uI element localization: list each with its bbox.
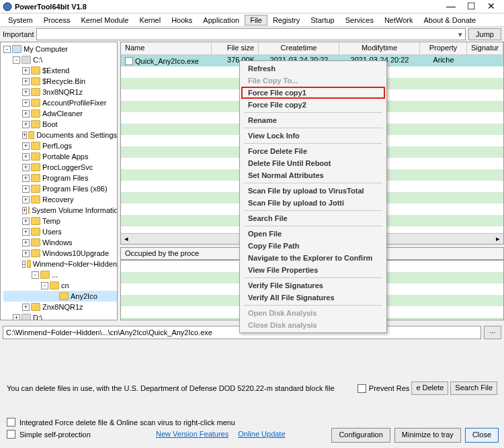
tree-toggle-icon[interactable]: + — [22, 89, 30, 96]
menu-item-registry[interactable]: Registry — [267, 15, 305, 26]
tree-toggle-icon[interactable]: + — [22, 121, 30, 128]
tree-toggle-icon[interactable]: + — [22, 78, 30, 85]
col-size[interactable]: File size — [212, 42, 259, 54]
tree-node[interactable]: +Znx8NQR1z — [3, 302, 117, 312]
ctx-force-file-copy2[interactable]: Force File copy2 — [241, 99, 385, 111]
col-property[interactable]: Property — [420, 42, 467, 54]
tree-toggle-icon[interactable]: + — [22, 196, 30, 204]
col-signature[interactable]: Signatur — [467, 42, 503, 54]
tree-toggle-icon[interactable]: - — [32, 271, 39, 279]
grid-header[interactable]: Name File size Createtime Modifytime Pro… — [121, 42, 503, 55]
col-modifytime[interactable]: Modifytime — [339, 42, 420, 54]
tree-node[interactable]: +System Volume Information — [3, 205, 117, 216]
tree-toggle-icon[interactable]: - — [3, 46, 11, 53]
selfprotect-checkbox[interactable] — [7, 430, 15, 439]
menu-item-kernel-module[interactable]: Kernel Module — [75, 15, 134, 26]
ctx-open-file[interactable]: Open File — [241, 228, 385, 240]
online-update-link[interactable]: Online Update — [238, 430, 285, 438]
close-button[interactable]: Close — [465, 428, 499, 443]
ctx-verify-file-signatures[interactable]: Verify File Signatures — [241, 279, 385, 292]
ctx-scan-file-by-upload-to-jotti[interactable]: Scan File by upload to Jotti — [241, 197, 385, 209]
tree-node[interactable]: +Temp — [3, 216, 117, 226]
menu-item-file[interactable]: File — [245, 15, 267, 26]
important-select[interactable] — [36, 28, 466, 40]
col-createtime[interactable]: Createtime — [259, 42, 339, 54]
tree-node[interactable]: -cn — [3, 280, 117, 291]
folder-tree-pane[interactable]: -My Computer-C:\+$Extend+$Recycle.Bin+3n… — [0, 42, 118, 320]
ctx-verify-all-file-signatures[interactable]: Verify All File Signatures — [241, 292, 385, 304]
tree-toggle-icon[interactable]: + — [22, 239, 30, 247]
close-window-button[interactable]: ✕ — [481, 1, 501, 13]
tree-node[interactable]: +Windows10Upgrade — [3, 248, 117, 259]
prevent-checkbox[interactable] — [358, 384, 366, 393]
minimize-button[interactable]: — — [441, 1, 461, 13]
tree-toggle-icon[interactable]: + — [22, 132, 27, 139]
tree-node[interactable]: +Recovery — [3, 194, 117, 205]
tree-node[interactable]: +$Recycle.Bin — [3, 76, 117, 87]
tree-node[interactable]: +Documents and Settings — [3, 130, 117, 140]
tree-toggle-icon[interactable]: + — [22, 250, 30, 257]
tree-node[interactable]: -My Computer — [3, 44, 117, 54]
tree-toggle-icon[interactable]: - — [41, 282, 48, 289]
menu-item-system[interactable]: System — [3, 15, 38, 26]
tree-toggle-icon[interactable]: + — [22, 153, 30, 161]
tree-toggle-icon[interactable]: - — [22, 261, 26, 268]
tree-node[interactable]: +Boot — [3, 119, 117, 130]
tree-node[interactable]: +Program Files (x86) — [3, 183, 117, 194]
search-file-button[interactable]: Search File — [450, 382, 497, 395]
integrated-checkbox[interactable] — [7, 418, 15, 427]
tree-toggle-icon[interactable]: - — [13, 56, 20, 64]
tree-toggle-icon[interactable]: + — [22, 207, 27, 214]
configuration-button[interactable]: Configuration — [331, 428, 390, 443]
ctx-force-file-copy1[interactable]: Force File copy1 — [241, 87, 385, 99]
menu-item-hooks[interactable]: Hooks — [166, 15, 198, 26]
tree-toggle-icon[interactable]: + — [22, 304, 30, 311]
tree-node[interactable]: +ProcLoggerSvc — [3, 162, 117, 173]
ctx-view-file-properties[interactable]: View File Properties — [241, 264, 385, 276]
tree-node[interactable]: +Program Files — [3, 173, 117, 183]
tree-node[interactable]: +Windows — [3, 237, 117, 248]
scroll-right-icon[interactable]: ▸ — [493, 234, 503, 243]
tree-node[interactable]: -... — [3, 269, 117, 280]
tree-toggle-icon[interactable]: + — [22, 164, 30, 171]
maximize-button[interactable]: ☐ — [461, 1, 481, 13]
tree-node[interactable]: -C:\ — [3, 54, 117, 65]
ctx-scan-file-by-upload-to-virustotal[interactable]: Scan File by upload to VirusTotal — [241, 185, 385, 197]
menu-item-kernel[interactable]: Kernel — [134, 15, 166, 26]
col-name[interactable]: Name — [121, 42, 212, 54]
tree-toggle-icon[interactable]: + — [22, 110, 30, 118]
ctx-rename[interactable]: Rename — [241, 114, 385, 126]
tree-toggle-icon[interactable]: + — [13, 314, 20, 321]
menu-item-process[interactable]: Process — [38, 15, 76, 26]
ctx-copy-file-path[interactable]: Copy File Path — [241, 240, 385, 252]
ctx-navigate-to-the-explorer-to-confirm[interactable]: Navigate to the Explorer to Confirm — [241, 252, 385, 264]
tree-node[interactable]: Any2Ico — [3, 291, 117, 302]
ctx-view-lock-info[interactable]: View Lock Info — [241, 130, 385, 142]
tree-toggle-icon[interactable]: + — [22, 99, 30, 107]
ctx-force-delete-file[interactable]: Force Delete File — [241, 145, 385, 157]
tree-node[interactable]: -Winmend~Folder~Hidden — [3, 259, 117, 269]
menu-item-services[interactable]: Services — [340, 15, 379, 26]
ctx-search-file[interactable]: Search File — [241, 212, 385, 224]
ctx-delete-file-until-reboot[interactable]: Delete File Until Reboot — [241, 157, 385, 169]
tree-node[interactable]: +D:\ — [3, 312, 117, 320]
tree-toggle-icon[interactable]: + — [22, 185, 30, 193]
minimize-tray-button[interactable]: Minimize to tray — [394, 428, 461, 443]
new-version-link[interactable]: New Version Features — [156, 430, 228, 438]
tree-toggle-icon[interactable]: + — [22, 67, 30, 75]
option-integrated[interactable]: Integrated Force delete file & Online sc… — [7, 418, 235, 427]
tree-node[interactable]: +Users — [3, 226, 117, 237]
tree-node[interactable]: +PerfLogs — [3, 140, 117, 151]
tree-node[interactable]: +Portable Apps — [3, 151, 117, 162]
tree-node[interactable]: +AccountProfileFixer — [3, 97, 117, 108]
menu-item-application[interactable]: Application — [198, 15, 245, 26]
scroll-left-icon[interactable]: ◂ — [121, 234, 132, 243]
browse-button[interactable]: ... — [484, 326, 501, 339]
menu-item-about-donate[interactable]: About & Donate — [419, 15, 482, 26]
option-selfprotect[interactable]: Simple self-protection — [7, 430, 91, 439]
ctx-set-normal-attributes[interactable]: Set Normal Attributes — [241, 169, 385, 181]
tree-toggle-icon[interactable]: + — [22, 218, 30, 225]
tree-node[interactable]: +AdwCleaner — [3, 108, 117, 119]
menu-item-network[interactable]: NetWork — [379, 15, 419, 26]
tree-node[interactable]: +$Extend — [3, 65, 117, 76]
